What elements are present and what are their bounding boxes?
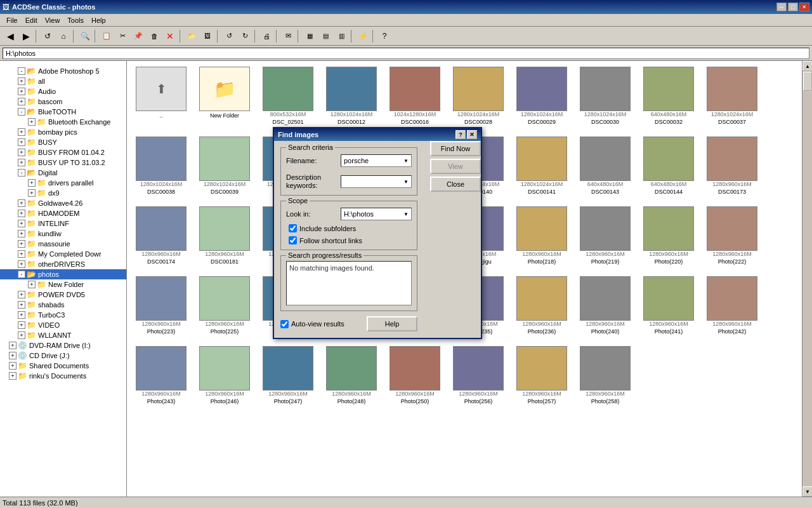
autoview-label: Auto-view results xyxy=(291,320,344,328)
dialog-title-text: Find images xyxy=(278,131,454,138)
lookin-dropdown[interactable]: H:\photos ▼ xyxy=(341,208,412,220)
dropdown-arrow-icon2: ▼ xyxy=(403,179,409,185)
dialog-close-action-button[interactable]: Close xyxy=(430,177,481,192)
follow-shortcut-row: Follow shortcut links xyxy=(289,236,412,244)
dropdown-arrow-icon: ▼ xyxy=(403,158,409,164)
filename-dropdown[interactable]: porsche ▼ xyxy=(341,154,412,167)
search-criteria-group: Search criteria Filename: porsche ▼ Desc… xyxy=(280,147,417,196)
description-label: Descriptionkeywords: xyxy=(286,173,337,190)
progress-results-area: No matching images found. xyxy=(286,261,412,305)
include-subfolders-label: Include subfolders xyxy=(299,225,356,232)
filename-value: porsche xyxy=(344,157,369,164)
dialog-content: Find Now View Close Search criteria File… xyxy=(274,141,481,338)
lookin-value: H:\photos xyxy=(344,210,374,218)
filename-row: Filename: porsche ▼ xyxy=(286,154,412,167)
lookin-label: Look in: xyxy=(286,210,337,218)
dropdown-arrow-icon3: ▼ xyxy=(403,211,409,217)
help-bottom-button[interactable]: Help xyxy=(367,316,417,331)
include-subfolders-checkbox[interactable] xyxy=(289,224,297,232)
modal-overlay: Find images ? ✕ Find Now View Close Sear… xyxy=(0,0,812,508)
find-now-button[interactable]: Find Now xyxy=(430,141,481,156)
description-row: Descriptionkeywords: ▼ xyxy=(286,173,412,190)
dialog-action-buttons: Find Now View Close xyxy=(430,141,481,192)
dialog-title-bar: Find images ? ✕ xyxy=(274,128,481,141)
progress-text: No matching images found. xyxy=(289,264,374,272)
search-progress-group: Search progress/results No matching imag… xyxy=(280,255,417,311)
include-subfolders-row: Include subfolders xyxy=(289,224,412,232)
dialog-bottom-row: Auto-view results Help xyxy=(280,316,417,331)
filename-label: Filename: xyxy=(286,157,337,164)
search-criteria-label: Search criteria xyxy=(286,144,335,151)
dialog-help-button[interactable]: ? xyxy=(455,130,466,139)
follow-shortcut-label: Follow shortcut links xyxy=(299,237,362,244)
dialog-close-button[interactable]: ✕ xyxy=(467,130,477,139)
autoview-checkbox[interactable] xyxy=(280,320,289,328)
scope-label: Scope xyxy=(286,197,310,204)
autoview-row: Auto-view results xyxy=(280,320,344,328)
scope-group: Scope Look in: H:\photos ▼ Include subfo… xyxy=(280,201,417,250)
find-images-dialog: Find images ? ✕ Find Now View Close Sear… xyxy=(273,127,482,339)
lookin-row: Look in: H:\photos ▼ xyxy=(286,208,412,220)
description-dropdown[interactable]: ▼ xyxy=(341,175,412,188)
progress-label: Search progress/results xyxy=(286,251,363,259)
follow-shortcut-checkbox[interactable] xyxy=(289,236,297,244)
view-button[interactable]: View xyxy=(430,159,481,174)
